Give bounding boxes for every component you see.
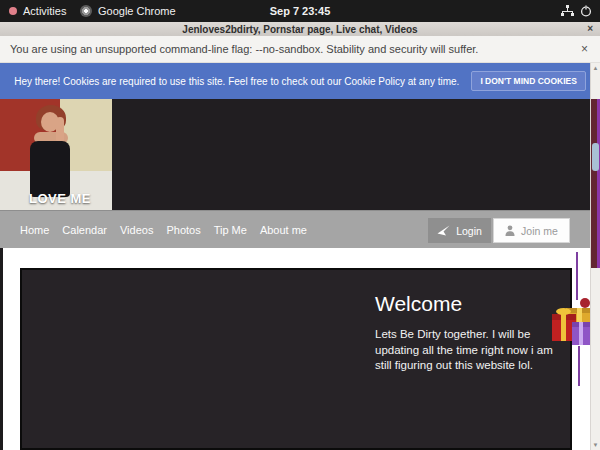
nav-item-tip-me[interactable]: Tip Me [214,224,247,236]
person-icon [505,225,515,236]
nav-item-photos[interactable]: Photos [166,224,200,236]
hero-photo-corset [30,141,70,197]
power-icon [580,5,592,17]
site-navbar: Home Calendar Videos Photos Tip Me About… [0,210,600,248]
window-close-icon[interactable]: × [587,22,593,36]
gift-ribbon-top [576,252,578,300]
accept-cookies-button[interactable]: I DON'T MIND COOKIES [471,71,585,91]
login-button[interactable]: Login [428,218,491,243]
gift-ribbon-bottom [578,346,580,386]
chrome-infobar: You are using an unsupported command-lin… [0,36,600,63]
scrollbar[interactable]: ▲ ▼ [590,63,600,450]
system-tray[interactable] [561,0,592,22]
nav-links: Home Calendar Videos Photos Tip Me About… [20,211,307,249]
scroll-down-icon[interactable]: ▼ [591,442,600,448]
welcome-paragraph: Lets Be Dirty together. I will be updati… [375,327,555,374]
clock[interactable]: Sep 7 23:45 [0,0,600,22]
nav-item-home[interactable]: Home [20,224,49,236]
hero-photo: LOVE ME [0,99,112,210]
welcome-panel: Welcome Lets Be Dirty together. I will b… [20,268,572,450]
gift-ball-icon [580,298,590,308]
gift-purple-box-icon [572,322,592,345]
window-left-edge [0,248,3,450]
hero-banner: LOVE ME JEN LOVES 2 B DIRTYAutumn [0,99,600,210]
login-label: Login [456,225,482,237]
hero-photo-caption: LOVE ME [29,191,91,206]
window-title-bar[interactable]: Jenloves2bdirty, Pornstar page, Live cha… [0,22,600,36]
window-title: Jenloves2bdirty, Pornstar page, Live cha… [182,24,417,35]
desktop-top-bar: Activities Google Chrome Sep 7 23:45 [0,0,600,22]
join-me-label: Join me [521,225,558,237]
infobar-message: You are using an unsupported command-lin… [10,43,478,55]
nav-item-calendar[interactable]: Calendar [62,224,107,236]
nav-item-about-me[interactable]: About me [260,224,307,236]
infobar-close-icon[interactable]: × [581,42,588,56]
scrollbar-track-themed [591,99,600,268]
cookie-notice-bar: Hey there! Cookies are required to use t… [0,63,600,99]
login-arrow-icon [437,225,450,236]
cookie-message: Hey there! Cookies are required to use t… [14,76,459,87]
welcome-heading: Welcome [375,292,462,316]
nav-item-videos[interactable]: Videos [120,224,153,236]
scroll-up-icon[interactable]: ▲ [591,65,600,71]
network-icon [561,5,574,17]
scrollbar-thumb[interactable] [592,143,599,171]
join-me-button[interactable]: Join me [493,218,570,243]
hero-photo-arm [56,117,64,143]
